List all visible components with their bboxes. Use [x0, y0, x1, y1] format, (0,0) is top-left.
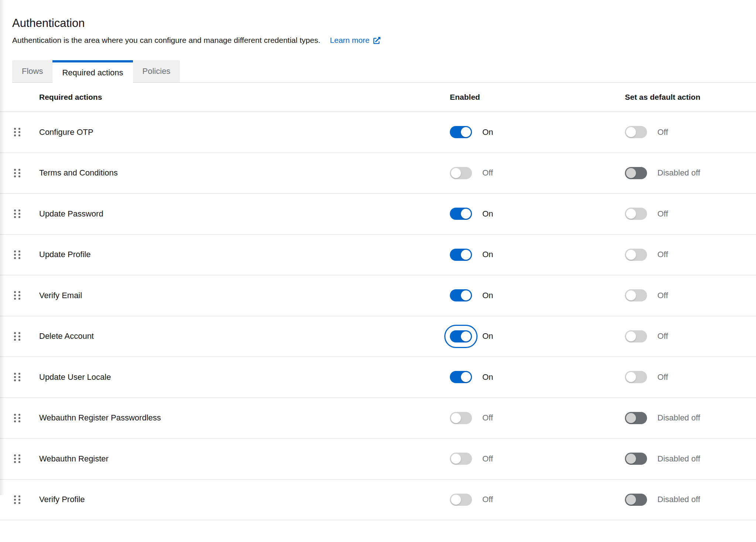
- grip-dot: [18, 250, 20, 252]
- grip-dot: [14, 373, 16, 375]
- grip-dot: [14, 420, 16, 422]
- grip-dot: [18, 417, 20, 419]
- grip-dot: [14, 495, 16, 497]
- tab-policies[interactable]: Policies: [133, 60, 180, 83]
- enabled-switch-group: On: [450, 249, 493, 261]
- enabled-switch[interactable]: [450, 289, 472, 301]
- table-row: Webauthn RegisterOffDisabled off: [0, 439, 756, 480]
- table-row: Update User LocaleOnOff: [0, 357, 756, 398]
- switch-state-label: Off: [482, 454, 493, 464]
- drag-column-header: [0, 83, 39, 112]
- grip-dot: [18, 414, 20, 416]
- switch-state-label: On: [482, 209, 493, 219]
- default-action-switch-group: Off: [625, 371, 668, 383]
- page-description: Authentication is the area where you can…: [12, 35, 320, 45]
- switch-knob: [626, 127, 636, 137]
- switch-state-label: Off: [657, 209, 668, 219]
- grip-dot: [18, 257, 20, 259]
- action-name: Verify Profile: [39, 495, 85, 504]
- switch-knob: [626, 168, 636, 178]
- grip-dot: [18, 169, 20, 171]
- drag-handle[interactable]: [14, 209, 20, 218]
- enabled-switch-group: On: [450, 208, 493, 220]
- grip-dot: [18, 499, 20, 501]
- default-action-switch-group: Disabled off: [625, 494, 700, 506]
- tab-flows[interactable]: Flows: [12, 60, 52, 83]
- drag-handle[interactable]: [14, 454, 20, 463]
- page-header: Authentication Authentication is the are…: [0, 0, 756, 45]
- enabled-switch[interactable]: [450, 167, 472, 179]
- grip-dot: [14, 461, 16, 463]
- drag-handle[interactable]: [14, 495, 20, 504]
- drag-handle[interactable]: [14, 414, 20, 422]
- switch-knob: [626, 454, 636, 464]
- drag-handle[interactable]: [14, 250, 20, 259]
- enabled-switch[interactable]: [450, 249, 472, 261]
- default-action-switch[interactable]: [625, 126, 647, 138]
- grip-dot: [18, 213, 20, 215]
- default-action-switch: [625, 494, 647, 506]
- switch-knob: [626, 290, 636, 300]
- grip-dot: [14, 213, 16, 215]
- drag-handle[interactable]: [14, 291, 20, 300]
- tabbar-filler: [180, 60, 756, 83]
- enabled-switch-group: Off: [450, 412, 493, 424]
- grip-dot: [18, 379, 20, 381]
- action-name: Terms and Conditions: [39, 168, 118, 178]
- drag-handle[interactable]: [14, 332, 20, 341]
- switch-state-label: Off: [482, 168, 493, 178]
- enabled-switch[interactable]: [450, 494, 472, 506]
- enabled-switch[interactable]: [450, 126, 472, 138]
- grip-dot: [18, 294, 20, 296]
- grip-dot: [18, 128, 20, 130]
- table-row: Update ProfileOnOff: [0, 235, 756, 276]
- grip-dot: [18, 254, 20, 256]
- enabled-switch[interactable]: [450, 371, 472, 383]
- action-name: Configure OTP: [39, 127, 93, 137]
- tab-required-actions[interactable]: Required actions: [52, 60, 133, 83]
- drag-handle[interactable]: [14, 128, 20, 136]
- switch-knob: [461, 290, 471, 300]
- grip-dot: [14, 250, 16, 252]
- grip-dot: [14, 131, 16, 133]
- default-action-switch-group: Off: [625, 126, 668, 138]
- drag-handle[interactable]: [14, 169, 20, 177]
- switch-knob: [461, 331, 471, 341]
- grip-dot: [14, 291, 16, 293]
- grip-dot: [14, 175, 16, 177]
- table-row: Configure OTPOnOff: [0, 112, 756, 153]
- drag-handle[interactable]: [14, 373, 20, 381]
- enabled-switch[interactable]: [450, 330, 472, 342]
- learn-more-link[interactable]: Learn more: [330, 36, 380, 45]
- grip-dot: [14, 298, 16, 300]
- enabled-switch[interactable]: [450, 208, 472, 220]
- action-name: Delete Account: [39, 331, 94, 341]
- enabled-switch-group: Off: [450, 494, 493, 506]
- switch-state-label: Off: [657, 372, 668, 382]
- switch-state-label: Off: [482, 413, 493, 423]
- default-action-switch[interactable]: [625, 371, 647, 383]
- default-action-switch[interactable]: [625, 249, 647, 261]
- switch-knob: [461, 372, 471, 382]
- default-action-switch: [625, 167, 647, 179]
- enabled-switch[interactable]: [450, 412, 472, 424]
- switch-state-label: Disabled off: [657, 168, 700, 178]
- switch-state-label: Off: [657, 250, 668, 259]
- switch-knob: [626, 495, 636, 505]
- grip-dot: [18, 131, 20, 133]
- table-body: Configure OTPOnOffTerms and ConditionsOf…: [0, 112, 756, 520]
- switch-state-label: On: [482, 372, 493, 382]
- default-action-switch[interactable]: [625, 330, 647, 342]
- switch-knob: [451, 495, 461, 505]
- switch-state-label: On: [482, 331, 493, 341]
- switch-knob: [461, 127, 471, 137]
- switch-knob: [451, 413, 461, 423]
- grip-dot: [18, 339, 20, 341]
- default-action-switch-group: Off: [625, 330, 668, 342]
- grip-dot: [14, 209, 16, 211]
- switch-state-label: Disabled off: [657, 495, 700, 504]
- default-action-switch[interactable]: [625, 208, 647, 220]
- default-action-switch[interactable]: [625, 289, 647, 301]
- enabled-switch[interactable]: [450, 453, 472, 465]
- grip-dot: [18, 134, 20, 136]
